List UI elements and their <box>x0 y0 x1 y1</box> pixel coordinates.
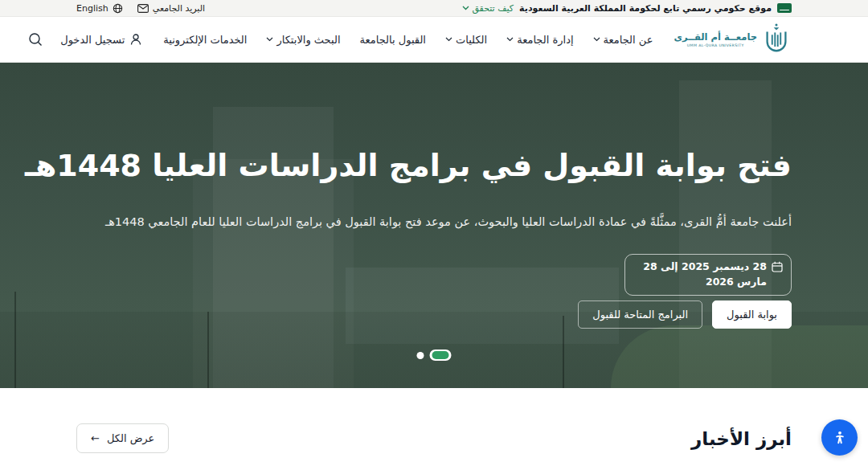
logo-wordmark: جامعــة أم القــرى UMM AL-QURA UNIVERSIT… <box>674 31 757 47</box>
chevron-down-icon <box>593 37 600 42</box>
search-icon <box>28 32 43 47</box>
university-logo[interactable]: جامعــة أم القــرى UMM AL-QURA UNIVERSIT… <box>674 22 792 57</box>
official-site-text: موقع حكومي رسمي تابع لحكومة المملكة العر… <box>519 3 772 14</box>
news-section: أبرز الأخبار عرض الكل ← <box>0 388 868 466</box>
admission-date-range: 28 ديسمبر 2025 إلى 28 مارس 2026 <box>633 260 767 290</box>
gov-topbar: موقع حكومي رسمي تابع لحكومة المملكة العر… <box>0 0 868 17</box>
chevron-down-icon <box>462 6 469 10</box>
hero-subtitle: أعلنت جامعة أمُّ القرى، ممثَّلةً في عماد… <box>76 215 792 228</box>
nav-item-eservices[interactable]: الخدمات الإلكترونية <box>163 34 247 46</box>
verify-link-label: كيف تتحقق <box>472 3 514 14</box>
main-header: جامعــة أم القــرى UMM AL-QURA UNIVERSIT… <box>0 17 868 63</box>
available-programs-button[interactable]: البرامج المتاحة للقبول <box>578 300 702 329</box>
language-switch-link[interactable]: English <box>76 3 123 14</box>
university-mail-link[interactable]: البريد الجامعي <box>137 3 205 14</box>
accessibility-person-icon <box>831 429 849 447</box>
nav-label: الخدمات الإلكترونية <box>163 34 247 46</box>
admission-date-badge: 28 ديسمبر 2025 إلى 28 مارس 2026 <box>624 254 792 296</box>
nav-item-colleges[interactable]: الكليات <box>445 34 487 46</box>
logo-title-arabic: جامعــة أم القــرى <box>674 31 757 43</box>
nav-item-university-administration[interactable]: إدارة الجامعة <box>506 34 573 46</box>
uqu-emblem-icon <box>761 22 792 57</box>
carousel-dot-inactive[interactable] <box>417 352 424 359</box>
hero-actions: بوابة القبول البرامج المتاحة للقبول <box>578 300 792 329</box>
nav-item-research-innovation[interactable]: البحث والابتكار <box>266 34 340 46</box>
login-button[interactable]: تسجيل الدخول <box>60 33 142 46</box>
view-all-label: عرض الكل <box>107 432 154 444</box>
hero-background-pole <box>14 292 16 388</box>
nav-label: الكليات <box>456 34 487 46</box>
nav-label: عن الجامعة <box>604 34 653 46</box>
login-label: تسجيل الدخول <box>60 34 125 46</box>
main-nav: عن الجامعة إدارة الجامعة الكليات القبول … <box>163 34 653 46</box>
chevron-down-icon <box>266 37 273 42</box>
nav-label: البحث والابتكار <box>276 34 340 46</box>
topbar-utility-links: English البريد الجامعي <box>76 3 205 14</box>
carousel-dot-active-fill <box>432 351 449 359</box>
gov-official-banner: موقع حكومي رسمي تابع لحكومة المملكة العر… <box>462 3 792 14</box>
chevron-down-icon <box>506 37 514 42</box>
nav-label: إدارة الجامعة <box>517 34 573 46</box>
carousel-dot-active[interactable] <box>430 350 452 361</box>
logo-subtitle-english: UMM AL-QURA UNIVERSITY <box>674 43 757 47</box>
user-icon <box>129 33 142 46</box>
how-to-verify-link[interactable]: كيف تتحقق <box>462 3 514 14</box>
nav-item-about-university[interactable]: عن الجامعة <box>593 34 653 46</box>
news-section-title: أبرز الأخبار <box>691 428 792 449</box>
language-switch-label: English <box>76 3 108 14</box>
university-mail-label: البريد الجامعي <box>153 3 205 14</box>
mail-icon <box>137 4 149 13</box>
carousel-indicators <box>417 350 452 361</box>
uqu-homepage: { "topbar": { "official_text": "موقع حكو… <box>0 0 868 466</box>
nav-item-admission[interactable]: القبول بالجامعة <box>360 34 426 46</box>
saudi-flag-icon <box>777 3 792 13</box>
hero-title: فتح بوابة القبول في برامج الدراسات العلي… <box>25 146 792 186</box>
search-button[interactable] <box>28 32 43 47</box>
calendar-icon <box>772 260 783 272</box>
view-all-news-button[interactable]: عرض الكل ← <box>76 423 169 453</box>
header-actions: تسجيل الدخول <box>28 32 142 47</box>
hero-banner: فتح بوابة القبول في برامج الدراسات العلي… <box>0 63 868 388</box>
chevron-down-icon <box>445 37 452 42</box>
nav-label: القبول بالجامعة <box>360 34 426 46</box>
accessibility-widget-button[interactable] <box>821 419 858 456</box>
admission-portal-button[interactable]: بوابة القبول <box>712 300 792 329</box>
globe-language-icon <box>113 3 123 14</box>
arrow-left-icon: ← <box>91 432 100 444</box>
